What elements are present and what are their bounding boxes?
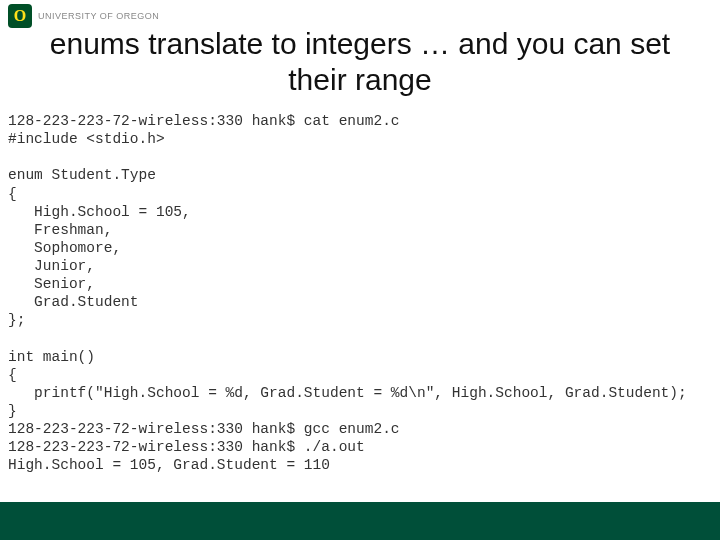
- logo-text: UNIVERSITY OF OREGON: [38, 11, 159, 21]
- footer-bar: [0, 502, 720, 540]
- slide-title: enums translate to integers … and you ca…: [0, 26, 720, 98]
- logo-area: O UNIVERSITY OF OREGON: [8, 4, 159, 28]
- terminal-output: 128-223-223-72-wireless:330 hank$ cat en…: [8, 112, 712, 475]
- uo-logo-icon: O: [8, 4, 32, 28]
- logo-letter: O: [14, 7, 26, 25]
